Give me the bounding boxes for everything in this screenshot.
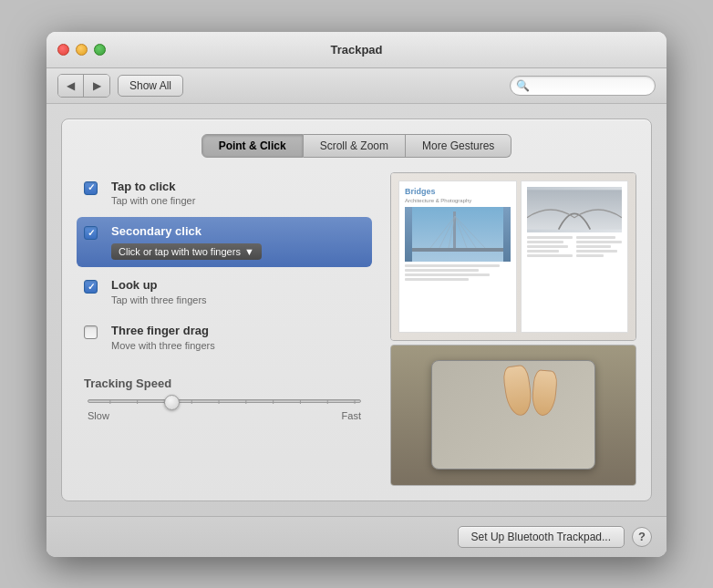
svg-rect-10 (412, 207, 503, 262)
doc-right-img (527, 187, 622, 232)
three-finger-drag-title: Three finger drag (111, 324, 365, 339)
tracking-speed-slider-container: Slow Fast (84, 399, 365, 421)
doc-text-1 (405, 264, 500, 267)
checkbox-tap-to-click-visual (84, 181, 98, 195)
checkbox-secondary-click[interactable] (84, 226, 102, 244)
look-up-desc: Tap with three fingers (111, 294, 365, 305)
doc-col-2-line-5 (576, 254, 604, 257)
doc-image-bridge (405, 207, 511, 262)
svg-rect-19 (527, 190, 622, 229)
search-input[interactable] (510, 76, 656, 96)
secondary-click-dropdown-label: Click or tap with two fingers (119, 246, 241, 257)
svg-rect-18 (412, 248, 503, 252)
doc-arch-svg (527, 187, 622, 232)
three-finger-drag-desc: Move with three fingers (111, 340, 365, 351)
toolbar: ◀ ▶ Show All 🔍 (46, 68, 666, 104)
option-tap-to-click-text: Tap to click Tap with one finger (111, 180, 365, 207)
doc-left-page: Bridges Architecture & Photography (398, 181, 517, 333)
doc-col-1-line-5 (527, 254, 573, 257)
window-title: Trackpad (330, 43, 382, 57)
slider-track (88, 399, 361, 403)
doc-col-1-line-1 (527, 236, 573, 239)
panel-body: Tap to click Tap with one finger Seconda… (77, 172, 636, 486)
option-look-up-text: Look up Tap with three fingers (111, 278, 365, 305)
main-window: Trackpad ◀ ▶ Show All 🔍 Point & Click Sc… (46, 32, 666, 557)
traffic-lights (57, 44, 106, 56)
tracking-speed-title: Tracking Speed (84, 377, 365, 390)
tracking-speed-section: Tracking Speed (77, 377, 372, 421)
tab-more-gestures[interactable]: More Gestures (406, 134, 512, 158)
content-area: Point & Click Scroll & Zoom More Gesture… (46, 104, 666, 516)
finger-1 (501, 364, 533, 417)
slider-slow-label: Slow (88, 410, 109, 421)
option-secondary-click[interactable]: Secondary click Click or tap with two fi… (77, 217, 372, 267)
doc-col-2-line-3 (576, 245, 611, 248)
preview-column: Bridges Architecture & Photography (390, 172, 636, 486)
slider-labels: Slow Fast (88, 410, 361, 421)
bridge-svg (405, 207, 511, 262)
help-button[interactable]: ? (632, 527, 652, 547)
option-three-finger-drag[interactable]: Three finger drag Move with three finger… (77, 316, 372, 358)
titlebar: Trackpad (46, 32, 666, 68)
doc-col-lines (527, 236, 622, 259)
doc-right-page (521, 181, 628, 333)
doc-col-1-line-2 (527, 241, 563, 243)
look-up-title: Look up (111, 278, 365, 294)
secondary-click-dropdown[interactable]: Click or tap with two fingers ▼ (111, 243, 262, 260)
slider-fast-label: Fast (342, 410, 361, 421)
show-all-button[interactable]: Show All (118, 75, 183, 97)
checkbox-secondary-click-visual (84, 226, 98, 240)
search-icon: 🔍 (516, 79, 530, 92)
doc-col-2-line-4 (576, 250, 617, 253)
doc-col-2-line-2 (576, 241, 622, 243)
doc-col-2-line-1 (576, 236, 615, 239)
doc-title: Bridges (405, 187, 511, 196)
doc-col-1-line-4 (527, 250, 559, 253)
tabs: Point & Click Scroll & Zoom More Gesture… (77, 134, 636, 158)
doc-text-3 (405, 273, 490, 276)
doc-col-1-line-3 (527, 245, 568, 248)
tab-point-click[interactable]: Point & Click (202, 134, 304, 158)
secondary-click-title: Secondary click (111, 224, 365, 240)
maximize-button[interactable] (94, 44, 106, 56)
finger-2 (531, 369, 558, 417)
doc-subtitle: Architecture & Photography (405, 198, 511, 203)
tap-to-click-title: Tap to click (111, 180, 365, 195)
slider-ticks (88, 400, 360, 404)
checkbox-look-up[interactable] (84, 280, 102, 298)
doc-preview-content: Bridges Architecture & Photography (391, 173, 636, 340)
forward-button[interactable]: ▶ (84, 75, 109, 97)
option-look-up[interactable]: Look up Tap with three fingers (77, 271, 372, 313)
footer-bar: Set Up Bluetooth Trackpad... ? (46, 516, 666, 557)
minimize-button[interactable] (76, 44, 88, 56)
checkbox-three-finger-drag-visual (84, 325, 98, 339)
back-button[interactable]: ◀ (58, 75, 84, 97)
doc-text-4 (405, 278, 469, 281)
close-button[interactable] (57, 44, 69, 56)
option-three-finger-drag-text: Three finger drag Move with three finger… (111, 324, 365, 351)
doc-right-content (522, 181, 627, 264)
doc-text-2 (405, 269, 479, 272)
options-column: Tap to click Tap with one finger Seconda… (77, 172, 372, 486)
doc-col-1 (527, 236, 573, 259)
tap-to-click-desc: Tap with one finger (111, 195, 365, 206)
checkbox-tap-to-click[interactable] (84, 181, 102, 200)
search-box: 🔍 (510, 76, 656, 96)
nav-buttons: ◀ ▶ (57, 74, 110, 98)
preview-document: Bridges Architecture & Photography (390, 172, 636, 341)
option-secondary-click-text: Secondary click Click or tap with two fi… (111, 224, 365, 260)
trackpad-preview-bg (391, 346, 636, 485)
preview-trackpad (390, 345, 636, 486)
tab-scroll-zoom[interactable]: Scroll & Zoom (304, 134, 406, 158)
inner-panel: Point & Click Scroll & Zoom More Gesture… (61, 119, 652, 501)
doc-col-2 (576, 236, 622, 259)
checkbox-look-up-visual (84, 280, 98, 294)
setup-bluetooth-button[interactable]: Set Up Bluetooth Trackpad... (458, 526, 625, 548)
trackpad-surface (431, 360, 595, 469)
option-tap-to-click[interactable]: Tap to click Tap with one finger (77, 172, 372, 214)
chevron-down-icon: ▼ (244, 246, 254, 257)
checkbox-three-finger-drag[interactable] (84, 325, 102, 344)
